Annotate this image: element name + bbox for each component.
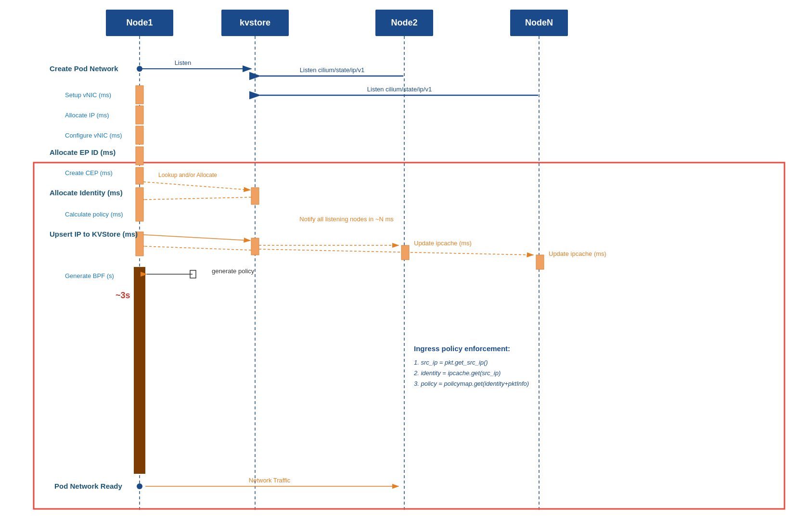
svg-text:Allocate  Identity (ms): Allocate Identity (ms) xyxy=(50,189,123,197)
svg-text:Update ipcache (ms): Update ipcache (ms) xyxy=(549,250,606,257)
svg-text:Allocate  EP ID (ms): Allocate EP ID (ms) xyxy=(50,148,116,156)
svg-text:Create Pod Network: Create Pod Network xyxy=(50,64,118,73)
svg-text:Pod Network Ready: Pod Network Ready xyxy=(54,482,123,490)
svg-line-29 xyxy=(143,182,250,190)
svg-text:generate policy: generate policy xyxy=(212,267,255,275)
svg-rect-24 xyxy=(136,86,143,104)
svg-text:Network Traffic: Network Traffic xyxy=(249,477,291,484)
svg-rect-27 xyxy=(136,147,143,165)
svg-text:2. identity = ipcache.get(src_: 2. identity = ipcache.get(src_ip) xyxy=(413,369,501,377)
svg-rect-42 xyxy=(401,245,409,260)
svg-rect-33 xyxy=(136,188,143,221)
svg-text:Setup vNIC (ms): Setup vNIC (ms) xyxy=(65,91,111,99)
svg-rect-17 xyxy=(34,163,784,509)
svg-text:1. src_ip = pkt.get_src_ip(): 1. src_ip = pkt.get_src_ip() xyxy=(414,359,488,366)
svg-text:Listen cilium/state/ip/v1: Listen cilium/state/ip/v1 xyxy=(367,86,432,93)
svg-rect-44 xyxy=(536,255,544,269)
svg-text:Calculate policy (ms): Calculate policy (ms) xyxy=(65,211,123,218)
svg-text:Listen cilium/state/ip/v1: Listen cilium/state/ip/v1 xyxy=(300,66,364,74)
svg-text:Listen: Listen xyxy=(175,59,192,66)
svg-rect-35 xyxy=(251,238,259,255)
svg-text:NodeN: NodeN xyxy=(525,18,553,27)
svg-text:kvstore: kvstore xyxy=(240,18,270,27)
svg-text:Configure vNIC (ms): Configure vNIC (ms) xyxy=(65,132,122,139)
svg-rect-31 xyxy=(251,188,259,204)
svg-text:3. policy = policymap.get(iden: 3. policy = policymap.get(identity+pktIn… xyxy=(414,380,529,387)
svg-text:Ingress policy enforcement:: Ingress policy enforcement: xyxy=(414,344,510,353)
svg-point-53 xyxy=(137,483,142,489)
svg-text:Node1: Node1 xyxy=(126,18,153,27)
svg-line-36 xyxy=(144,246,251,250)
svg-text:Lookup and/or Allocate: Lookup and/or Allocate xyxy=(158,172,217,178)
svg-line-40 xyxy=(259,249,533,255)
svg-text:Node2: Node2 xyxy=(391,18,417,27)
svg-text:Generate BPF (s): Generate BPF (s) xyxy=(65,272,114,279)
svg-line-34 xyxy=(143,235,250,241)
svg-line-32 xyxy=(144,197,251,200)
svg-text:~3s: ~3s xyxy=(116,291,130,300)
svg-text:Upsert IP to KVStore (ms): Upsert IP to KVStore (ms) xyxy=(50,230,138,238)
svg-rect-45 xyxy=(134,267,145,474)
svg-text:Update ipcache (ms): Update ipcache (ms) xyxy=(414,240,472,247)
svg-rect-28 xyxy=(136,167,143,184)
svg-text:Notify all listening nodes in : Notify all listening nodes in ~N ms xyxy=(299,215,394,223)
svg-rect-26 xyxy=(136,126,143,144)
sequence-diagram: Node1 kvstore Node2 NodeN Listen Listen … xyxy=(0,0,797,532)
svg-point-56 xyxy=(137,66,142,72)
svg-text:Allocate IP (ms): Allocate IP (ms) xyxy=(65,112,109,119)
svg-text:Create CEP (ms): Create CEP (ms) xyxy=(65,169,113,177)
svg-rect-25 xyxy=(136,106,143,124)
